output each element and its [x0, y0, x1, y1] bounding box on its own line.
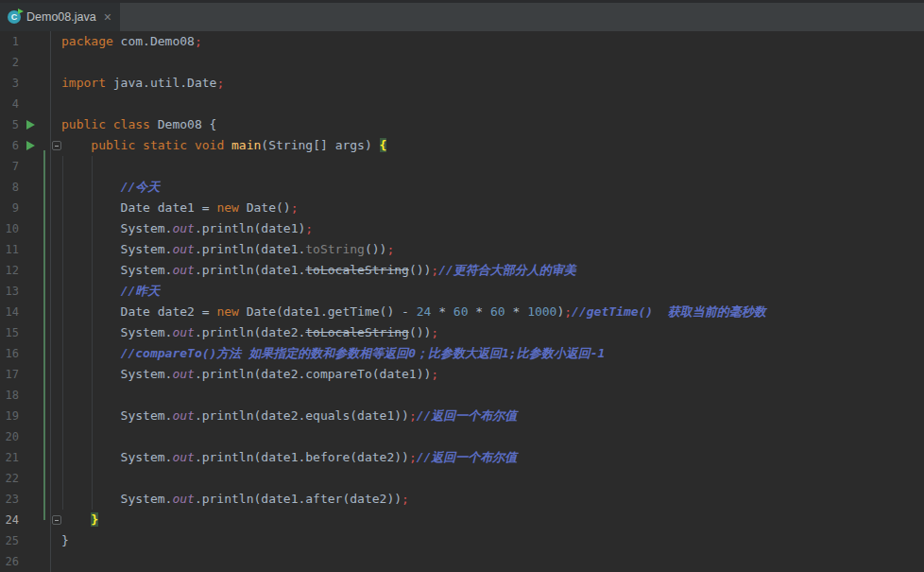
line-number[interactable]: 11	[0, 239, 19, 260]
line-number[interactable]: 19	[0, 406, 19, 426]
run-line-icon[interactable]	[26, 141, 35, 150]
code-line[interactable]: 1package com.Demo08;	[0, 31, 924, 52]
line-number[interactable]: 8	[0, 177, 19, 198]
code-line[interactable]: 17 System.out.println(date2.compareTo(da…	[0, 364, 924, 385]
line-number[interactable]: 18	[0, 385, 19, 406]
line-number[interactable]: 10	[0, 218, 19, 239]
code-line[interactable]: 13 //昨天	[0, 281, 924, 302]
code-text: Date date1 = new Date();	[61, 198, 298, 218]
code-line[interactable]: 9 Date date1 = new Date();	[0, 198, 924, 218]
editor[interactable]: 1package com.Demo08;23import java.util.D…	[0, 31, 924, 572]
line-number[interactable]: 21	[0, 447, 19, 468]
code-line[interactable]: 14 Date date2 = new Date(date1.getTime()…	[0, 302, 924, 322]
fold-marker[interactable]	[52, 515, 61, 525]
code-text: //compareTo()方法 如果指定的数和参数相等返回0；比参数大返回1;比…	[61, 343, 605, 364]
line-number[interactable]: 26	[0, 551, 19, 572]
line-number[interactable]: 15	[0, 322, 19, 343]
code-text: //今天	[61, 177, 160, 198]
line-number[interactable]: 20	[0, 426, 19, 447]
line-number[interactable]: 25	[0, 530, 19, 551]
code-text: System.out.println(date1.before(date2));…	[61, 447, 517, 468]
code-line[interactable]: 6 public static void main(String[] args)…	[0, 135, 924, 156]
line-number[interactable]: 2	[0, 52, 19, 73]
code-text: System.out.println(date2.toLocaleString(…	[61, 322, 438, 343]
line-number[interactable]: 12	[0, 260, 19, 281]
code-line[interactable]: 18	[0, 385, 924, 406]
run-line-icon[interactable]	[26, 120, 35, 130]
code-line[interactable]: 19 System.out.println(date2.equals(date1…	[0, 406, 924, 426]
line-number[interactable]: 3	[0, 73, 19, 94]
code-text: public class Demo08 {	[61, 114, 216, 135]
line-number[interactable]: 6	[0, 135, 19, 156]
code-line[interactable]: 2	[0, 52, 924, 73]
code-text: System.out.println(date1.toLocaleString(…	[61, 260, 576, 281]
line-number[interactable]: 24	[0, 510, 19, 530]
line-number[interactable]: 17	[0, 364, 19, 385]
code-text: System.out.println(date1.toString());	[61, 239, 394, 260]
code-line[interactable]: 11 System.out.println(date1.toString());	[0, 239, 924, 260]
code-line[interactable]: 21 System.out.println(date1.before(date2…	[0, 447, 924, 468]
java-class-icon: C	[8, 10, 21, 24]
code-text: System.out.println(date1);	[61, 218, 313, 239]
code-line[interactable]: 26	[0, 551, 924, 572]
code-text: }	[61, 510, 98, 530]
code-line[interactable]: 16 //compareTo()方法 如果指定的数和参数相等返回0；比参数大返回…	[0, 343, 924, 364]
line-number[interactable]: 5	[0, 114, 19, 135]
line-number[interactable]: 22	[0, 468, 19, 489]
editor-tab-demo08[interactable]: C Demo08.java ×	[0, 3, 120, 31]
code-text: import java.util.Date;	[61, 73, 224, 94]
line-number[interactable]: 9	[0, 198, 19, 218]
code-line[interactable]: 4	[0, 94, 924, 114]
code-line[interactable]: 7	[0, 156, 924, 177]
code-line[interactable]: 20	[0, 426, 924, 447]
code-line[interactable]: 25}	[0, 530, 924, 551]
code-line[interactable]: 10 System.out.println(date1);	[0, 218, 924, 239]
line-number[interactable]: 23	[0, 489, 19, 510]
ide-window: C Demo08.java × 1package com.Demo08;23im…	[0, 0, 924, 572]
line-number[interactable]: 14	[0, 302, 19, 322]
code-text: package com.Demo08;	[61, 31, 202, 52]
line-number[interactable]: 7	[0, 156, 19, 177]
tab-bar: C Demo08.java ×	[0, 0, 924, 31]
code-text: public static void main(String[] args) {	[61, 135, 386, 156]
code-line[interactable]: 12 System.out.println(date1.toLocaleStri…	[0, 260, 924, 281]
code-text: Date date2 = new Date(date1.getTime() - …	[61, 302, 766, 322]
code-text: System.out.println(date1.after(date2));	[61, 489, 409, 510]
code-line[interactable]: 5public class Demo08 {	[0, 114, 924, 135]
code-text: System.out.println(date2.compareTo(date1…	[61, 364, 438, 385]
line-number[interactable]: 1	[0, 31, 19, 52]
tab-title: Demo08.java	[26, 10, 96, 24]
code-line[interactable]: 24 }	[0, 510, 924, 530]
line-number[interactable]: 16	[0, 343, 19, 364]
code-line[interactable]: 23 System.out.println(date1.after(date2)…	[0, 489, 924, 510]
code-text: System.out.println(date2.equals(date1));…	[61, 406, 517, 426]
code-text: //昨天	[61, 281, 160, 302]
code-text: }	[61, 530, 69, 551]
code-line[interactable]: 15 System.out.println(date2.toLocaleStri…	[0, 322, 924, 343]
line-number[interactable]: 4	[0, 94, 19, 114]
code-line[interactable]: 3import java.util.Date;	[0, 73, 924, 94]
line-number[interactable]: 13	[0, 281, 19, 302]
code-line[interactable]: 22	[0, 468, 924, 489]
code-line[interactable]: 8 //今天	[0, 177, 924, 198]
tab-close-icon[interactable]: ×	[104, 10, 111, 24]
fold-marker[interactable]	[52, 141, 61, 150]
